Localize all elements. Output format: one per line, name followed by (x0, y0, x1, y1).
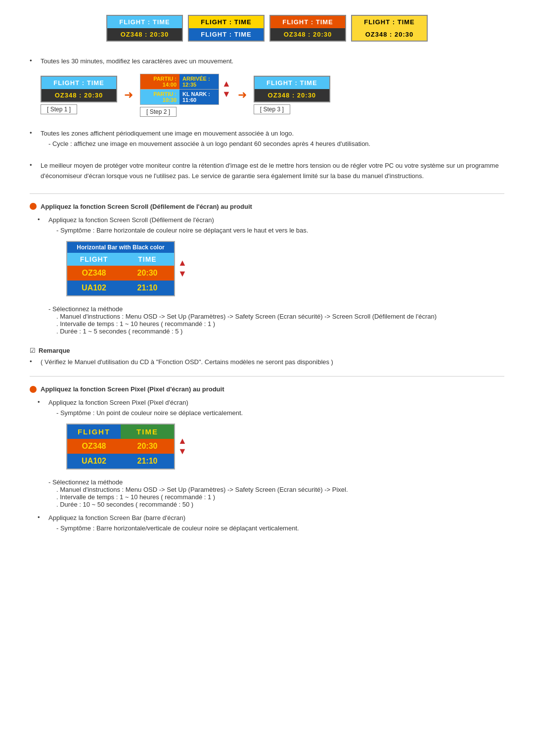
px-row1-right: TIME (121, 425, 174, 439)
step2-cell-2r: KL NARK : 11:60 (179, 90, 219, 104)
remarque-text: ( Vérifiez le Manuel d'utilisation du CD… (41, 357, 333, 368)
px-row2-left: OZ348 (67, 439, 121, 454)
step2-container: PARTIU : 14:00 ARRIVÉE : 12:35 PARTIU : … (140, 74, 231, 117)
hbar-row2-left: OZ348 (67, 266, 121, 281)
pixel-bullet1-text: Appliquez la fonction Screen Pixel (Pixe… (48, 399, 188, 406)
hbar-row2: OZ348 20:30 (67, 266, 174, 281)
step2-label: [ Step 2 ] (140, 107, 177, 117)
px-row2: OZ348 20:30 (67, 439, 174, 454)
scroll-arrow-up: ▲ (222, 79, 231, 90)
step1-card-top: FLIGHT : TIME (42, 77, 116, 89)
step1-card: FLIGHT : TIME OZ348 : 20:30 (41, 76, 117, 102)
bullet-30min-text: Toutes les 30 minutes, modifiez les cara… (41, 56, 233, 67)
scroll-bullet1: • Appliquez la fonction Screen Scroll (D… (38, 215, 504, 335)
hbar-row3: UA102 21:10 (67, 281, 174, 295)
scroll-up-arrow: ▲ (178, 258, 187, 269)
step2-cell-1r: ARRIVÉE : 12:35 (179, 74, 219, 89)
step2-cell-1l: PARTIU : 14:00 (140, 74, 179, 89)
scroll-arrow-down: ▼ (222, 89, 231, 100)
hbar-row1-right: TIME (121, 253, 174, 266)
hbar-row1-left: FLIGHT (67, 253, 121, 266)
pixel-duration: . Durée : 10 ~ 50 secondes ( recommandé … (56, 501, 348, 508)
orange-dot-pixel (30, 386, 37, 393)
steps-row: FLIGHT : TIME OZ348 : 20:30 [ Step 1 ] ➜… (41, 74, 504, 117)
hbar-row3-left: UA102 (67, 281, 121, 295)
screen-pixel-header-text: Appliquez la fonction Screen Pixel (Pixe… (41, 385, 224, 393)
step2-row2: PARTIU : 10:30 KL NARK : 11:60 (140, 90, 219, 104)
pixel-bullet2-dot: • (38, 514, 45, 521)
card4-bottom: OZ348 : 20:30 (352, 28, 427, 41)
bullet-30min: • Toutes les 30 minutes, modifiez les ca… (30, 56, 504, 67)
hbar-row3-right: 21:10 (121, 281, 174, 295)
step3-card-top: FLIGHT : TIME (255, 77, 329, 89)
step1-card-bottom: OZ348 : 20:30 (42, 89, 116, 101)
remarque-label: Remarque (39, 347, 70, 354)
divider-1 (30, 193, 504, 194)
card1-bottom: OZ348 : 20:30 (107, 28, 182, 41)
step1-label: [ Step 1 ] (41, 104, 77, 114)
section-periodic: • Toutes les zones affichent périodiquem… (30, 129, 504, 149)
card1-top: FLIGHT : TIME (107, 16, 182, 28)
step3-card: FLIGHT : TIME OZ348 : 20:30 (254, 76, 330, 102)
px-row3-left: UA102 (67, 454, 121, 469)
flight-card-1: FLIGHT : TIME OZ348 : 20:30 (106, 15, 183, 42)
top-cards-row: FLIGHT : TIME OZ348 : 20:30 FLIGHT : TIM… (30, 15, 504, 42)
px-row1-left: FLIGHT (67, 425, 121, 439)
px-row3: UA102 21:10 (67, 454, 174, 469)
step3-card-bottom: OZ348 : 20:30 (255, 89, 329, 101)
pixel-card-container: FLIGHT TIME OZ348 20:30 UA102 21:10 (48, 419, 348, 474)
pixel-method-detail: . Manuel d'instructions : Menu OSD -> Se… (56, 486, 348, 493)
pixel-symptom: - Symptôme : Un point de couleur noire s… (56, 408, 348, 419)
pixel-arrow-up: ▲ (178, 436, 187, 447)
pixel-card: FLIGHT TIME OZ348 20:30 UA102 21:10 (66, 424, 175, 470)
step2-scroll-arrows: ▲ ▼ (222, 79, 231, 100)
section-30min: • Toutes les 30 minutes, modifiez les ca… (30, 56, 504, 117)
flight-card-3: FLIGHT : TIME OZ348 : 20:30 (269, 15, 346, 42)
pixel-arrow-down: ▼ (178, 446, 187, 457)
pixel-interval: . Intervalle de temps : 1 ~ 10 heures ( … (56, 493, 348, 501)
arrow-step2-step3: ➜ (238, 89, 247, 101)
screen-scroll-header-text: Appliquez la fonction Screen Scroll (Déf… (41, 203, 252, 210)
flight-card-4: FLIGHT : TIME OZ348 : 20:30 (351, 15, 428, 42)
pixel-bullet1: • Appliquez la fonction Screen Pixel (Pi… (38, 398, 504, 508)
pixel-bullet2: • Appliquez la fonction Screen Bar (barr… (38, 513, 504, 534)
hbar-scroll-arrows: ▲ ▼ (178, 258, 187, 279)
card2-bottom: FLIGHT : TIME (189, 28, 264, 41)
pixel-bullet-dot: • (38, 398, 45, 406)
pixel-scroll-arrows: ▲ ▼ (178, 436, 187, 457)
divider-2 (30, 376, 504, 377)
scroll-interval: . Intervalle de temps : 1 ~ 10 heures ( … (56, 320, 437, 328)
remarque-icon: ☑ (30, 347, 36, 354)
bullet-periodic: • Toutes les zones affichent périodiquem… (30, 129, 504, 149)
pixel-select-method: - Sélectionnez la méthode (48, 478, 348, 486)
remarque-bullet: • ( Vérifiez le Manuel d'utilisation du … (30, 357, 504, 368)
px-row3-right: 21:10 (121, 454, 174, 469)
remarque-bullet-dot: • (30, 358, 38, 365)
scroll-symptom: - Symptôme : Barre horizontale de couleu… (56, 226, 437, 236)
scroll-duration: . Durée : 1 ~ 5 secondes ( recommandé : … (56, 328, 437, 335)
hbar-card-container: Horizontal Bar with Black color FLIGHT T… (48, 236, 437, 301)
bullet-dot-periodic: • (30, 129, 38, 137)
section-protection: • Le meilleur moyen de protéger votre mo… (30, 161, 504, 182)
scroll-select-method: - Sélectionnez la méthode (48, 305, 437, 313)
step2-card-with-arrows: PARTIU : 14:00 ARRIVÉE : 12:35 PARTIU : … (140, 74, 231, 105)
sub-periodic: - Cycle : affichez une image en mouvemen… (48, 139, 370, 149)
hbar-row2-right: 20:30 (121, 266, 174, 281)
pixel-symptom2: - Symptôme : Barre horizontale/verticale… (56, 523, 299, 534)
step2-cell-2l: PARTIU : 10:30 (140, 90, 179, 104)
scroll-method-detail: . Manuel d'instructions : Menu OSD -> Se… (56, 313, 437, 320)
card4-top: FLIGHT : TIME (352, 16, 427, 28)
screen-pixel-header: Appliquez la fonction Screen Pixel (Pixe… (30, 385, 504, 393)
bullet-dot: • (30, 57, 38, 64)
bullet-periodic-text: Toutes les zones affichent périodiquemen… (41, 130, 294, 137)
step2-card: PARTIU : 14:00 ARRIVÉE : 12:35 PARTIU : … (140, 74, 219, 105)
screen-scroll-header: Appliquez la fonction Screen Scroll (Déf… (30, 203, 504, 210)
scroll-down-arrow: ▼ (178, 269, 187, 280)
step1-container: FLIGHT : TIME OZ348 : 20:30 [ Step 1 ] (41, 76, 117, 114)
bullet-protection: • Le meilleur moyen de protéger votre mo… (30, 161, 504, 182)
scroll-bullet-dot: • (38, 216, 45, 223)
pixel-bullet2-text: Appliquez la fonction Screen Bar (barre … (48, 514, 185, 521)
orange-dot-scroll (30, 203, 37, 210)
step3-label: [ Step 3 ] (254, 104, 290, 114)
hbar-card: Horizontal Bar with Black color FLIGHT T… (66, 241, 175, 296)
